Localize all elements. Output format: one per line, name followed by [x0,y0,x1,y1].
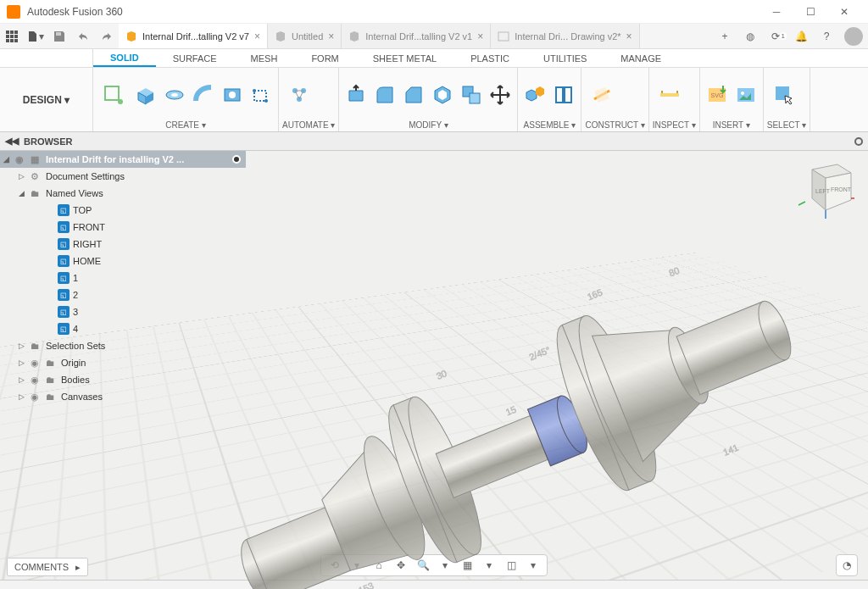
sketch-icon[interactable] [97,78,131,112]
sweep-icon[interactable] [190,81,217,108]
viewport[interactable]: 30 2/45° 165 80 153 15 141 30 25 2/45° ◢… [0,151,868,589]
combine-icon[interactable] [458,81,485,108]
mode-tab-surface[interactable]: SURFACE [156,49,234,67]
inspect-icon[interactable] [653,78,687,112]
group-label-select[interactable]: SELECT ▾ [767,120,807,131]
mode-tab-sheetmetal[interactable]: SHEET METAL [356,49,453,67]
shell-icon[interactable] [429,81,456,108]
user-avatar[interactable] [844,27,863,46]
automate-icon[interactable] [282,78,316,112]
insert-svg-icon[interactable]: SVG [704,81,731,108]
svg-rect-7 [10,39,14,42]
hole-icon[interactable] [219,81,246,108]
fusion-doc-icon [275,31,287,42]
comments-expand-icon: ▸ [75,562,81,573]
svg-rect-26 [565,87,571,103]
viewcube-front-label: FRONT [831,186,852,192]
svg-rect-8 [14,39,18,42]
view-cube[interactable]: LEFT FRONT [795,159,854,219]
doc-tab-label: Internal Drif...talling V2 v1 [365,31,472,42]
save-icon[interactable] [47,24,71,48]
tab-close-icon[interactable]: × [328,31,334,42]
model-preview: 30 2/45° 165 80 153 15 141 30 25 2/45° [153,253,831,589]
window-close[interactable]: ✕ [827,0,861,24]
construct-icon[interactable] [585,78,619,112]
doc-tab-2[interactable]: Internal Drif...talling V2 v1 × [342,24,491,48]
browser-view-4[interactable]: ◱4 [0,320,246,337]
extrude-icon[interactable] [132,81,159,108]
revolve-icon[interactable] [161,81,188,108]
snap-toggle-icon[interactable]: ◔ [836,554,858,576]
svg-rect-2 [14,31,18,34]
group-label-insert[interactable]: INSERT ▾ [704,120,760,131]
doc-tab-1[interactable]: Untitled × [268,24,342,48]
svg-text:153: 153 [357,581,376,589]
new-tab-icon[interactable]: + [712,31,737,42]
viewcube-left-label: LEFT [815,188,831,194]
extensions-icon[interactable]: ◍ [737,31,763,42]
svg-point-19 [264,99,268,103]
mode-tab-manage[interactable]: MANAGE [604,49,678,67]
browser-named-views[interactable]: ◢🖿Named Views [0,185,246,202]
insert-image-icon[interactable] [732,81,760,108]
window-maximize[interactable]: ☐ [793,0,827,24]
group-label-construct[interactable]: CONSTRUCT ▾ [585,120,644,131]
move-icon[interactable] [487,81,514,108]
mode-tab-solid[interactable]: SOLID [93,49,156,67]
tab-close-icon[interactable]: × [254,31,260,42]
group-label-create[interactable]: CREATE ▾ [97,120,275,131]
svg-text:2/45°: 2/45° [527,344,551,362]
undo-icon[interactable] [71,24,95,48]
browser-options-icon[interactable] [854,137,863,146]
select-icon[interactable] [767,78,801,112]
doc-tab-label: Untitled [292,31,323,42]
mode-tab-form[interactable]: FORM [294,49,355,67]
group-label-inspect[interactable]: INSPECT ▾ [653,120,696,131]
window-minimize[interactable]: ─ [760,0,793,24]
browser-selection-sets[interactable]: ▷🖿Selection Sets [0,337,246,354]
chamfer-icon[interactable] [400,81,427,108]
tab-close-icon[interactable]: × [626,31,632,42]
group-label-modify[interactable]: MODIFY ▾ [342,120,514,131]
group-label-automate[interactable]: AUTOMATE ▾ [282,120,335,131]
mode-tab-plastic[interactable]: PLASTIC [453,49,526,67]
browser-view-2[interactable]: ◱2 [0,286,246,303]
browser-root[interactable]: ◢◉▦ Internal Drift for installing V2 ... [0,151,246,168]
browser-view-home[interactable]: ◱HOME [0,253,246,269]
joint-icon[interactable] [550,81,577,108]
pressextrude-icon[interactable] [342,81,370,108]
browser-view-top[interactable]: ◱TOP [0,202,246,219]
browser-canvases[interactable]: ▷◉🖿Canvases [0,388,246,405]
browser-origin[interactable]: ▷◉🖿Origin [0,354,246,371]
svg-point-18 [253,89,256,92]
browser-collapse-icon[interactable]: ◀◀ [5,136,19,147]
group-label-assemble[interactable]: ASSEMBLE ▾ [521,120,577,131]
comments-panel-toggle[interactable]: COMMENTS ▸ [7,558,88,576]
mode-tab-mesh[interactable]: MESH [234,49,295,67]
assemble-icon[interactable] [521,81,548,108]
workspace-switcher[interactable]: DESIGN ▾ [0,68,93,131]
redo-icon[interactable] [95,24,119,48]
svg-rect-6 [6,39,9,42]
help-icon[interactable]: ? [814,31,839,42]
job-status-icon[interactable]: ⟳1 [763,31,788,42]
app-grid-icon[interactable] [0,24,24,48]
fillet-icon[interactable] [371,81,398,108]
browser-view-1[interactable]: ◱1 [0,269,246,286]
browser-view-3[interactable]: ◱3 [0,303,246,320]
box-icon[interactable] [248,81,275,108]
mode-tab-utilities[interactable]: UTILITIES [526,49,604,67]
svg-text:80: 80 [667,265,681,279]
doc-tab-3[interactable]: Internal Dri... Drawing v2* × [491,24,639,48]
browser-doc-settings[interactable]: ▷⚙Document Settings [0,168,246,185]
fusion-doc-icon [125,31,137,42]
doc-tab-0[interactable]: Internal Drif...talling V2 v7 × [119,24,268,48]
browser-view-right[interactable]: ◱RIGHT [0,236,246,253]
svg-rect-3 [6,35,9,38]
notifications-icon[interactable]: 🔔 [788,31,814,42]
browser-bodies[interactable]: ▷◉🖿Bodies [0,371,246,388]
file-menu-icon[interactable]: ▾ [24,24,47,48]
svg-rect-1 [10,31,14,34]
tab-close-icon[interactable]: × [477,31,483,42]
browser-view-front[interactable]: ◱FRONT [0,219,246,236]
